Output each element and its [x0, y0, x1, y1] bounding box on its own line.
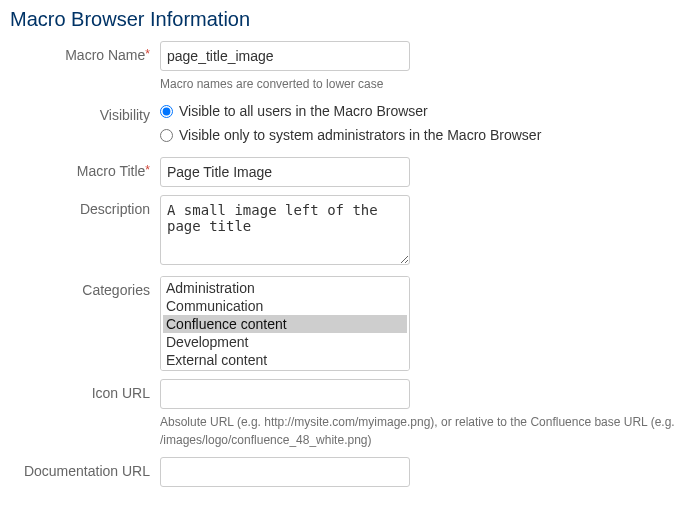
documentation-url-input[interactable]: [160, 457, 410, 487]
macro-name-input[interactable]: [160, 41, 410, 71]
category-option[interactable]: External content: [163, 351, 407, 369]
categories-label: Categories: [10, 276, 160, 298]
macro-name-label: Macro Name*: [10, 41, 160, 63]
visibility-admin-radio[interactable]: [160, 129, 173, 142]
icon-url-hint: Absolute URL (e.g. http://mysite.com/myi…: [160, 413, 679, 449]
visibility-all-label: Visible to all users in the Macro Browse…: [179, 103, 428, 119]
visibility-admin-label: Visible only to system administrators in…: [179, 127, 541, 143]
icon-url-input[interactable]: [160, 379, 410, 409]
macro-name-hint: Macro names are converted to lower case: [160, 75, 679, 93]
description-label: Description: [10, 195, 160, 217]
section-title: Macro Browser Information: [10, 8, 679, 31]
visibility-all-radio[interactable]: [160, 105, 173, 118]
category-option[interactable]: Administration: [163, 279, 407, 297]
category-option[interactable]: Communication: [163, 297, 407, 315]
description-textarea[interactable]: A small image left of the page title: [160, 195, 410, 265]
category-option[interactable]: Confluence content: [163, 315, 407, 333]
documentation-url-label: Documentation URL: [10, 457, 160, 479]
category-option[interactable]: Development: [163, 333, 407, 351]
icon-url-label: Icon URL: [10, 379, 160, 401]
visibility-label: Visibility: [10, 101, 160, 123]
categories-select[interactable]: Administration Communication Confluence …: [160, 276, 410, 371]
macro-title-label: Macro Title*: [10, 157, 160, 179]
macro-title-input[interactable]: [160, 157, 410, 187]
